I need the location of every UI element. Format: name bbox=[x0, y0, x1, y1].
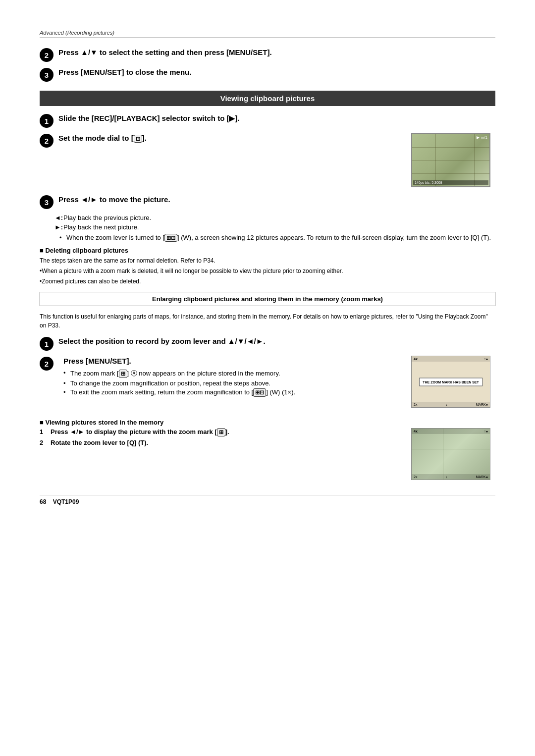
step-3-circle: 3 bbox=[40, 68, 54, 82]
arrow-right-text: Play back the next picture. bbox=[63, 223, 139, 231]
zoom-bottom-left: 2x bbox=[414, 403, 417, 406]
select-row: 1 Select the position to record by zoom … bbox=[40, 336, 495, 351]
deleting-heading: ■ Deleting clipboard pictures bbox=[40, 247, 495, 254]
mode-dial-image-box: ▶ m/1 140ps btc. 5.3008 bbox=[411, 133, 495, 187]
footer-code: VQT1P09 bbox=[53, 498, 79, 505]
screen-counter: m/1 bbox=[481, 135, 487, 140]
press-menu-bullets: The zoom mark [⊞] Ⓐ now appears on the p… bbox=[63, 369, 403, 396]
zoom-bottom-bar-2: 2x ↓ MARK● bbox=[412, 474, 490, 480]
viewing-right: 4x ↑● 2x ↓ MARK● bbox=[411, 428, 495, 480]
map-line-h2 bbox=[412, 160, 489, 161]
arrow-left-text: Play back the previous picture. bbox=[63, 214, 151, 221]
footer: 68 VQT1P09 bbox=[40, 495, 495, 505]
zoom-screen-1-inner: 4x ↑● THE ZOOM MARK HAS BEEN SET 2x ↓ MA… bbox=[412, 356, 490, 407]
map-line-v2 bbox=[455, 134, 455, 186]
section-bar-viewing: Viewing clipboard pictures bbox=[40, 91, 495, 106]
step-2-text: Press ▲/▼ to select the setting and then… bbox=[58, 47, 495, 57]
viewing-step2-text: Rotate the zoom lever to [Q] (T). bbox=[51, 439, 148, 446]
viewing-step1-num: 1 bbox=[40, 428, 47, 436]
zoom2-bottom-right: MARK● bbox=[476, 475, 488, 479]
step-3-row: 3 Press [MENU/SET] to close the menu. bbox=[40, 67, 495, 82]
press-menu-circle: 2 bbox=[40, 357, 54, 371]
press-arrows-circle: 3 bbox=[40, 195, 54, 209]
zoom2-line-h bbox=[412, 449, 490, 449]
arrow-left-item: ◄: Play back the previous picture. bbox=[54, 214, 495, 221]
mode-dial-row: 2 Set the mode dial to [⊡]. bbox=[40, 133, 495, 187]
select-text: Select the position to record by zoom le… bbox=[58, 336, 495, 346]
zoom-bullet-item: When the zoom lever is turned to [⊞⊡] (W… bbox=[59, 234, 495, 242]
viewing-row: 1 Press ◄/► to display the picture with … bbox=[40, 428, 495, 480]
viewing-step2: 2 Rotate the zoom lever to [Q] (T). bbox=[40, 439, 403, 446]
deleting-text1: The steps taken are the same as for norm… bbox=[40, 256, 495, 265]
map-line-v3 bbox=[474, 134, 475, 186]
map-line-h3 bbox=[412, 173, 489, 174]
mode-icon: ⊡ bbox=[134, 135, 142, 143]
press-menu-left: Press [MENU/SET]. The zoom mark [⊞] Ⓐ no… bbox=[63, 356, 403, 399]
press-menu-left-container: 2 Press [MENU/SET]. The zoom mark [⊞] Ⓐ … bbox=[40, 356, 403, 399]
slide-step-row: 1 Slide the [REC]/[PLAYBACK] selector sw… bbox=[40, 113, 495, 128]
zoom-mark-bullet2: To change the zoom magnification or posi… bbox=[63, 379, 403, 387]
arrow-left-label: ◄: bbox=[54, 214, 63, 221]
zoom-bottom-bar-1: 2x ↓ MARK● bbox=[412, 402, 490, 407]
mode-dial-text: Set the mode dial to [⊡]. bbox=[58, 133, 402, 143]
press-arrows-row: 3 Press ◄/► to move the picture. bbox=[40, 194, 495, 209]
zoom2-line-v bbox=[443, 429, 443, 480]
camera-screen: ▶ m/1 140ps btc. 5.3008 bbox=[411, 133, 490, 187]
step-3-text: Press [MENU/SET] to close the menu. bbox=[58, 67, 495, 77]
step-2-row: 2 Press ▲/▼ to select the setting and th… bbox=[40, 47, 495, 62]
enlarging-text: This function is useful for enlarging pa… bbox=[40, 312, 495, 330]
zoom-w-icon: ⊞⊡ bbox=[164, 234, 177, 242]
map-line-h1 bbox=[412, 147, 489, 148]
zoom-4x-label: 4x bbox=[414, 357, 418, 361]
section-header: Advanced (Recording pictures) bbox=[40, 30, 495, 38]
press-menu-right: 4x ↑● THE ZOOM MARK HAS BEEN SET 2x ↓ MA… bbox=[411, 356, 495, 411]
screen-top-bar: ▶ m/1 bbox=[477, 135, 487, 140]
zoom-bottom-right: MARK● bbox=[476, 403, 488, 406]
zoom-mark-icon1: ⊞ bbox=[119, 370, 127, 378]
viewing-step1-text: Press ◄/► to display the picture with th… bbox=[51, 428, 229, 436]
slide-step-text: Slide the [REC]/[PLAYBACK] selector swit… bbox=[58, 113, 495, 123]
zoom-screen-2-inner: 4x ↑● 2x ↓ MARK● bbox=[412, 429, 490, 480]
page-content: Advanced (Recording pictures) 2 Press ▲/… bbox=[40, 30, 495, 505]
press-arrows-text: Press ◄/► to move the picture. bbox=[58, 194, 495, 205]
arrow-right-label: ►: bbox=[54, 223, 63, 231]
mode-dial-circle: 2 bbox=[40, 134, 54, 148]
step-2-circle: 2 bbox=[40, 48, 54, 62]
map-line-v1 bbox=[435, 134, 436, 186]
deleting-text2: •When a picture with a zoom mark is dele… bbox=[40, 267, 495, 275]
enlarging-box: Enlarging clipboard pictures and storing… bbox=[40, 292, 495, 306]
zoom-mark-bullet3: To exit the zoom mark setting, return th… bbox=[63, 388, 403, 396]
press-menu-heading: Press [MENU/SET]. bbox=[63, 356, 403, 366]
screen-info: 140ps btc. 5.3008 bbox=[415, 181, 442, 184]
zoom2-bottom-left: 2x bbox=[414, 475, 417, 479]
zoom-screen-2: 4x ↑● 2x ↓ MARK● bbox=[411, 428, 490, 480]
viewing-left: 1 Press ◄/► to display the picture with … bbox=[40, 428, 403, 448]
zoom-bottom-icon: ↓ bbox=[446, 403, 448, 406]
zoom-mark-icon3: ⊞⊡ bbox=[253, 388, 266, 396]
zoom2-grid bbox=[412, 429, 490, 480]
zoom-screen-1: 4x ↑● THE ZOOM MARK HAS BEEN SET 2x ↓ MA… bbox=[411, 356, 490, 408]
viewing-step2-num: 2 bbox=[40, 439, 47, 446]
zoom-mark-inline: ⊞ bbox=[217, 428, 225, 436]
section-viewing: ■ Viewing pictures stored in the memory … bbox=[40, 419, 495, 480]
viewing-heading: ■ Viewing pictures stored in the memory bbox=[40, 419, 495, 426]
zoom2-bottom-icon: ↓ bbox=[446, 475, 448, 479]
slide-step-circle: 1 bbox=[40, 114, 54, 128]
viewing-step1: 1 Press ◄/► to display the picture with … bbox=[40, 428, 403, 436]
zoom-bullet-list: When the zoom lever is turned to [⊞⊡] (W… bbox=[59, 234, 495, 242]
select-circle: 1 bbox=[40, 337, 54, 351]
camera-screen-inner: ▶ m/1 140ps btc. 5.3008 bbox=[412, 134, 489, 186]
zoom-mark-bullet1: The zoom mark [⊞] Ⓐ now appears on the p… bbox=[63, 369, 403, 378]
zoom-center-text: THE ZOOM MARK HAS BEEN SET bbox=[419, 378, 482, 386]
press-menu-row: 2 Press [MENU/SET]. The zoom mark [⊞] Ⓐ … bbox=[40, 356, 495, 411]
zoom-top-icons: ↑● bbox=[484, 357, 488, 361]
zoom-top-bar-1: 4x ↑● bbox=[412, 356, 490, 362]
deleting-text3: •Zoomed pictures can also be deleted. bbox=[40, 277, 495, 286]
mode-dial-main: Set the mode dial to [⊡]. bbox=[58, 133, 402, 143]
arrow-right-item: ►: Play back the next picture. bbox=[54, 223, 495, 231]
map-grid bbox=[412, 134, 489, 186]
footer-page: 68 bbox=[40, 498, 46, 505]
screen-bottom-bar: 140ps btc. 5.3008 bbox=[413, 180, 488, 185]
screen-play-icon: ▶ bbox=[477, 135, 480, 140]
